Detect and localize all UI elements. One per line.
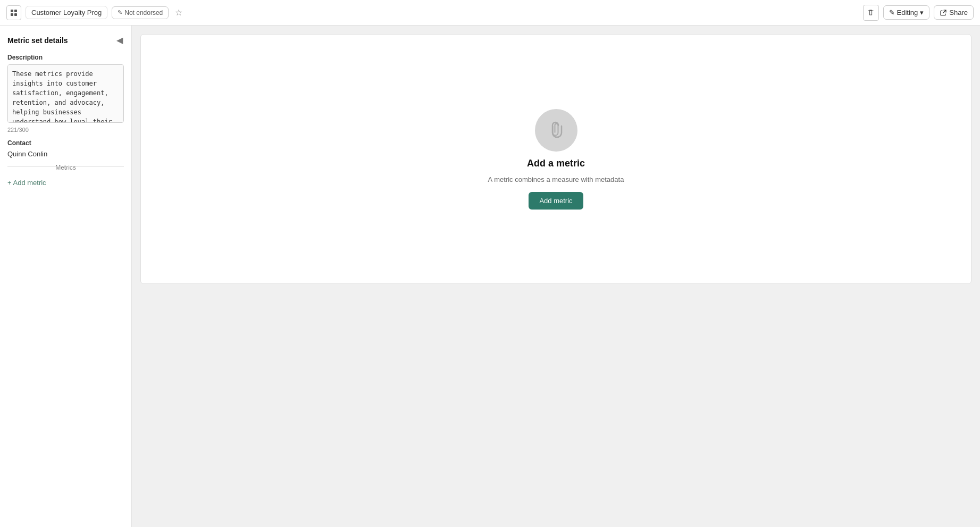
content-area: Add a metric A metric combines a measure… <box>132 26 980 527</box>
svg-rect-3 <box>14 13 17 16</box>
empty-icon-circle <box>535 109 577 152</box>
contact-section: Contact Quinn Conlin <box>7 139 124 158</box>
star-button[interactable]: ☆ <box>173 6 185 19</box>
topbar: Customer Loyalty Prog ✎ Not endorsed ☆ ✎… <box>0 0 980 26</box>
editing-label: Editing <box>897 9 918 16</box>
sidebar-header: Metric set details ◀ <box>7 34 124 46</box>
doc-title-pill[interactable]: Customer Loyalty Prog <box>26 6 107 19</box>
add-metric-sidebar-button[interactable]: + Add metric <box>7 177 46 189</box>
contact-label: Contact <box>7 139 124 147</box>
empty-state: Add a metric A metric combines a measure… <box>488 109 624 210</box>
metrics-divider <box>7 166 124 167</box>
add-metric-button[interactable]: Add metric <box>529 192 583 210</box>
share-button[interactable]: Share <box>934 5 974 20</box>
main-layout: Metric set details ◀ Description 221/300… <box>0 26 980 527</box>
empty-state-title: Add a metric <box>527 158 585 169</box>
collapse-button[interactable]: ◀ <box>115 34 124 46</box>
char-count: 221/300 <box>7 127 124 133</box>
doc-title-text: Customer Loyalty Prog <box>31 9 102 16</box>
description-label: Description <box>7 54 124 61</box>
topbar-left: Customer Loyalty Prog ✎ Not endorsed ☆ <box>6 5 859 20</box>
svg-rect-0 <box>11 10 13 12</box>
pencil-icon: ✎ <box>118 9 122 16</box>
delete-button[interactable] <box>863 5 879 21</box>
editing-button[interactable]: ✎ Editing ▾ <box>883 5 930 20</box>
paperclip-icon <box>547 121 566 140</box>
star-icon: ☆ <box>175 8 182 17</box>
add-metric-sidebar-label: + Add metric <box>7 179 46 187</box>
description-textarea[interactable] <box>7 64 124 123</box>
pencil-edit-icon: ✎ <box>889 9 895 16</box>
content-card: Add a metric A metric combines a measure… <box>140 34 971 284</box>
svg-rect-1 <box>14 10 17 12</box>
svg-rect-2 <box>11 13 13 16</box>
not-endorsed-label: Not endorsed <box>124 9 163 16</box>
metrics-divider-label: Metrics <box>51 164 80 171</box>
sidebar: Metric set details ◀ Description 221/300… <box>0 26 132 527</box>
collapse-icon: ◀ <box>116 36 123 45</box>
contact-name: Quinn Conlin <box>7 150 124 158</box>
share-label: Share <box>949 9 968 16</box>
grid-icon-button[interactable] <box>6 5 21 20</box>
empty-state-subtitle: A metric combines a measure with metadat… <box>488 175 624 183</box>
chevron-down-icon: ▾ <box>920 9 924 16</box>
not-endorsed-button[interactable]: ✎ Not endorsed <box>112 6 169 19</box>
sidebar-title: Metric set details <box>7 36 68 45</box>
topbar-right: ✎ Editing ▾ Share <box>863 5 974 21</box>
